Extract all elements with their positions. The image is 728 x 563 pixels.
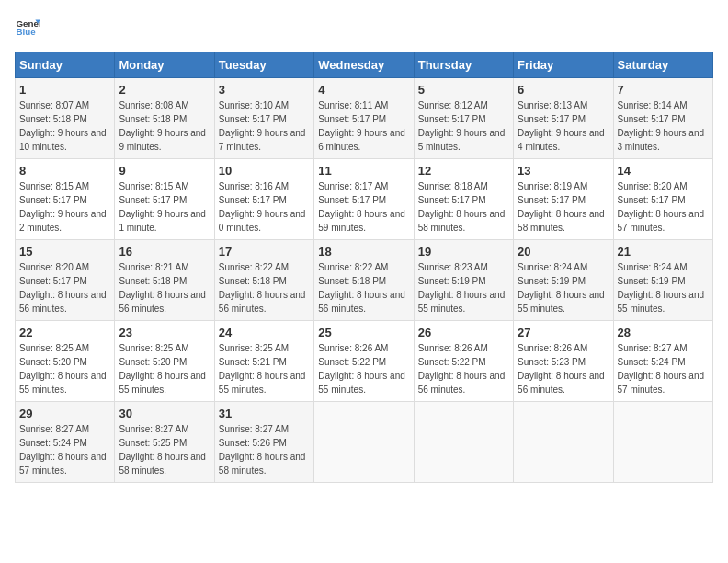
day-cell: 29 Sunrise: 8:27 AM Sunset: 5:24 PM Dayl… [16, 402, 115, 483]
day-number: 15 [19, 245, 110, 259]
day-cell: 6 Sunrise: 8:13 AM Sunset: 5:17 PM Dayli… [514, 78, 613, 159]
day-cell: 24 Sunrise: 8:25 AM Sunset: 5:21 PM Dayl… [214, 321, 313, 402]
header-tuesday: Tuesday [214, 52, 313, 78]
day-number: 4 [318, 83, 409, 97]
day-cell: 26 Sunrise: 8:26 AM Sunset: 5:22 PM Dayl… [414, 321, 513, 402]
day-info: Sunrise: 8:13 AM Sunset: 5:17 PM Dayligh… [518, 98, 609, 154]
day-number: 22 [19, 326, 110, 339]
day-info: Sunrise: 8:12 AM Sunset: 5:17 PM Dayligh… [418, 98, 509, 154]
day-number: 6 [518, 83, 609, 97]
day-info: Sunrise: 8:10 AM Sunset: 5:17 PM Dayligh… [219, 98, 310, 154]
day-cell: 4 Sunrise: 8:11 AM Sunset: 5:17 PM Dayli… [314, 78, 414, 159]
day-info: Sunrise: 8:18 AM Sunset: 5:17 PM Dayligh… [418, 179, 509, 235]
day-number: 13 [518, 164, 609, 178]
day-number: 25 [318, 326, 409, 339]
day-cell: 13 Sunrise: 8:19 AM Sunset: 5:17 PM Dayl… [514, 159, 613, 240]
week-row-1: 1 Sunrise: 8:07 AM Sunset: 5:18 PM Dayli… [16, 78, 713, 159]
svg-text:Blue: Blue [16, 27, 36, 37]
day-info: Sunrise: 8:14 AM Sunset: 5:17 PM Dayligh… [618, 98, 709, 154]
day-number: 8 [19, 164, 110, 178]
day-info: Sunrise: 8:24 AM Sunset: 5:19 PM Dayligh… [518, 260, 609, 316]
day-info: Sunrise: 8:27 AM Sunset: 5:24 PM Dayligh… [19, 422, 110, 477]
week-row-5: 29 Sunrise: 8:27 AM Sunset: 5:24 PM Dayl… [16, 402, 713, 483]
header-row: SundayMondayTuesdayWednesdayThursdayFrid… [16, 52, 713, 78]
day-cell [314, 402, 414, 483]
day-cell: 25 Sunrise: 8:26 AM Sunset: 5:22 PM Dayl… [314, 321, 414, 402]
day-cell: 15 Sunrise: 8:20 AM Sunset: 5:17 PM Dayl… [16, 240, 115, 321]
day-number: 1 [19, 83, 110, 97]
day-cell: 14 Sunrise: 8:20 AM Sunset: 5:17 PM Dayl… [613, 159, 712, 240]
day-info: Sunrise: 8:25 AM Sunset: 5:20 PM Dayligh… [19, 341, 110, 396]
day-number: 28 [618, 326, 709, 339]
day-cell: 23 Sunrise: 8:25 AM Sunset: 5:20 PM Dayl… [115, 321, 214, 402]
day-number: 24 [219, 326, 310, 339]
day-cell: 20 Sunrise: 8:24 AM Sunset: 5:19 PM Dayl… [514, 240, 613, 321]
day-info: Sunrise: 8:24 AM Sunset: 5:19 PM Dayligh… [618, 260, 709, 316]
day-info: Sunrise: 8:26 AM Sunset: 5:23 PM Dayligh… [518, 341, 609, 396]
day-number: 14 [618, 164, 709, 178]
day-cell: 7 Sunrise: 8:14 AM Sunset: 5:17 PM Dayli… [613, 78, 712, 159]
day-number: 5 [418, 83, 509, 97]
day-cell: 12 Sunrise: 8:18 AM Sunset: 5:17 PM Dayl… [414, 159, 513, 240]
week-row-2: 8 Sunrise: 8:15 AM Sunset: 5:17 PM Dayli… [16, 159, 713, 240]
day-cell [613, 402, 712, 483]
day-info: Sunrise: 8:23 AM Sunset: 5:19 PM Dayligh… [418, 260, 509, 316]
day-number: 20 [518, 245, 609, 259]
day-info: Sunrise: 8:20 AM Sunset: 5:17 PM Dayligh… [19, 260, 110, 316]
header-saturday: Saturday [613, 52, 712, 78]
day-info: Sunrise: 8:17 AM Sunset: 5:17 PM Dayligh… [318, 179, 409, 235]
day-info: Sunrise: 8:27 AM Sunset: 5:26 PM Dayligh… [219, 422, 310, 477]
day-info: Sunrise: 8:22 AM Sunset: 5:18 PM Dayligh… [318, 260, 409, 316]
day-info: Sunrise: 8:26 AM Sunset: 5:22 PM Dayligh… [318, 341, 409, 396]
day-cell: 3 Sunrise: 8:10 AM Sunset: 5:17 PM Dayli… [214, 78, 313, 159]
day-number: 10 [219, 164, 310, 178]
day-cell: 27 Sunrise: 8:26 AM Sunset: 5:23 PM Dayl… [514, 321, 613, 402]
logo: General Blue [15, 15, 40, 40]
day-info: Sunrise: 8:08 AM Sunset: 5:18 PM Dayligh… [119, 98, 210, 154]
calendar-table: SundayMondayTuesdayWednesdayThursdayFrid… [15, 52, 713, 483]
day-info: Sunrise: 8:11 AM Sunset: 5:17 PM Dayligh… [318, 98, 409, 154]
day-cell: 8 Sunrise: 8:15 AM Sunset: 5:17 PM Dayli… [16, 159, 115, 240]
week-row-3: 15 Sunrise: 8:20 AM Sunset: 5:17 PM Dayl… [16, 240, 713, 321]
day-cell: 2 Sunrise: 8:08 AM Sunset: 5:18 PM Dayli… [115, 78, 214, 159]
day-number: 2 [119, 83, 210, 97]
day-cell: 21 Sunrise: 8:24 AM Sunset: 5:19 PM Dayl… [613, 240, 712, 321]
header-sunday: Sunday [16, 52, 115, 78]
day-number: 27 [518, 326, 609, 339]
day-number: 19 [418, 245, 509, 259]
day-number: 26 [418, 326, 509, 339]
day-cell: 28 Sunrise: 8:27 AM Sunset: 5:24 PM Dayl… [613, 321, 712, 402]
day-info: Sunrise: 8:22 AM Sunset: 5:18 PM Dayligh… [219, 260, 310, 316]
day-cell: 19 Sunrise: 8:23 AM Sunset: 5:19 PM Dayl… [414, 240, 513, 321]
day-number: 3 [219, 83, 310, 97]
day-cell: 17 Sunrise: 8:22 AM Sunset: 5:18 PM Dayl… [214, 240, 313, 321]
day-cell: 5 Sunrise: 8:12 AM Sunset: 5:17 PM Dayli… [414, 78, 513, 159]
day-number: 23 [119, 326, 210, 339]
day-cell: 31 Sunrise: 8:27 AM Sunset: 5:26 PM Dayl… [214, 402, 313, 483]
header-monday: Monday [115, 52, 214, 78]
day-info: Sunrise: 8:26 AM Sunset: 5:22 PM Dayligh… [418, 341, 509, 396]
day-info: Sunrise: 8:07 AM Sunset: 5:18 PM Dayligh… [19, 98, 110, 154]
header-wednesday: Wednesday [314, 52, 414, 78]
day-number: 30 [119, 407, 210, 420]
day-number: 12 [418, 164, 509, 178]
day-info: Sunrise: 8:25 AM Sunset: 5:20 PM Dayligh… [119, 341, 210, 396]
day-info: Sunrise: 8:15 AM Sunset: 5:17 PM Dayligh… [19, 179, 110, 235]
day-number: 11 [318, 164, 409, 178]
page-header: General Blue [15, 15, 713, 40]
logo-icon: General Blue [15, 15, 40, 40]
day-number: 18 [318, 245, 409, 259]
day-cell: 30 Sunrise: 8:27 AM Sunset: 5:25 PM Dayl… [115, 402, 214, 483]
day-info: Sunrise: 8:27 AM Sunset: 5:25 PM Dayligh… [119, 422, 210, 477]
day-info: Sunrise: 8:19 AM Sunset: 5:17 PM Dayligh… [518, 179, 609, 235]
day-info: Sunrise: 8:20 AM Sunset: 5:17 PM Dayligh… [618, 179, 709, 235]
week-row-4: 22 Sunrise: 8:25 AM Sunset: 5:20 PM Dayl… [16, 321, 713, 402]
day-number: 9 [119, 164, 210, 178]
day-cell: 11 Sunrise: 8:17 AM Sunset: 5:17 PM Dayl… [314, 159, 414, 240]
day-info: Sunrise: 8:15 AM Sunset: 5:17 PM Dayligh… [119, 179, 210, 235]
day-info: Sunrise: 8:16 AM Sunset: 5:17 PM Dayligh… [219, 179, 310, 235]
header-friday: Friday [514, 52, 613, 78]
day-cell: 10 Sunrise: 8:16 AM Sunset: 5:17 PM Dayl… [214, 159, 313, 240]
header-thursday: Thursday [414, 52, 513, 78]
day-info: Sunrise: 8:27 AM Sunset: 5:24 PM Dayligh… [618, 341, 709, 396]
